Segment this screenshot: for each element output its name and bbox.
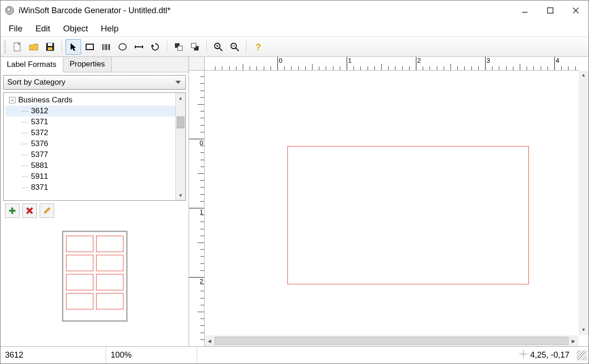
tree-collapse-icon[interactable]: − [9,97,15,103]
status-coords-text: 4,25, -0,17 [530,350,569,360]
scroll-down-icon[interactable]: ▼ [579,325,589,335]
tab-properties[interactable]: Properties [63,57,112,72]
preview-page [62,231,128,322]
title-bar: iWinSoft Barcode Generator - Untitled.dt… [0,0,589,20]
svg-rect-21 [178,46,182,51]
crosshair-icon [519,350,528,360]
label-outline[interactable] [287,146,529,284]
toolbar-handle[interactable] [4,40,6,53]
svg-rect-8 [48,43,52,46]
preview-cell [66,293,93,309]
svg-line-29 [236,48,239,51]
preview-cell [96,255,123,271]
delete-format-button[interactable] [22,203,37,218]
svg-rect-9 [48,47,52,50]
scroll-right-icon[interactable]: ▶ [569,339,579,344]
svg-rect-23 [191,43,196,48]
save-button[interactable] [42,39,58,55]
edit-format-button[interactable] [40,203,54,218]
menu-object[interactable]: Object [56,22,94,35]
open-button[interactable] [26,39,41,55]
preview-cell [96,274,123,290]
window-controls [512,0,589,20]
zoom-out-button[interactable] [227,39,242,55]
maximize-button[interactable] [538,0,563,20]
resize-grip[interactable] [577,350,587,360]
tree-scrollbar[interactable]: ▲ ▼ [175,93,185,200]
left-panel: Label Formats Properties Sort by Categor… [0,57,189,346]
bring-front-button[interactable] [171,39,186,55]
ruler-corner [189,57,205,71]
tab-label-formats[interactable]: Label Formats [0,57,63,72]
canvas-horizontal-scrollbar[interactable]: ◀ ▶ [205,335,579,346]
menu-edit[interactable]: Edit [29,22,57,35]
tree-item[interactable]: 5911 [5,171,185,182]
new-button[interactable] [10,39,25,55]
rectangle-tool-button[interactable] [82,39,97,55]
preview-cell [96,236,123,252]
preview-cell [66,236,93,252]
scroll-down-icon[interactable]: ▼ [176,190,185,200]
svg-rect-10 [86,44,93,50]
format-preview [0,222,189,346]
svg-text:?: ? [256,42,261,51]
status-coordinates: 4,25, -0,17 [514,350,575,360]
tree-root-business-cards[interactable]: − Business Cards [5,95,185,106]
status-selected-item: 3612 [0,347,106,364]
preview-cell [66,255,93,271]
scroll-up-icon[interactable]: ▲ [579,71,589,81]
format-action-bar [0,203,189,222]
toolbar: ? [0,37,589,57]
status-zoom: 100% [106,347,197,364]
rotate-tool-button[interactable] [148,39,163,55]
tree-item[interactable]: 5881 [5,160,185,171]
line-tool-button[interactable] [131,39,147,55]
sort-select-value: Sort by Category [7,78,66,87]
preview-cell [96,293,123,309]
tree-item[interactable]: 5377 [5,149,185,160]
tree-item[interactable]: 5376 [5,138,185,149]
tree-root-label: Business Cards [18,96,72,105]
design-canvas[interactable] [205,71,579,335]
minimize-button[interactable] [512,0,538,20]
svg-point-1 [7,8,10,11]
canvas-panel: 0 1 2 3 4 0 1 2 ▲ ▼ ◀ ▶ [189,57,589,346]
scroll-up-icon[interactable]: ▲ [176,93,185,103]
horizontal-ruler: 0 1 2 3 4 [205,57,579,71]
help-button[interactable]: ? [250,39,266,55]
panel-tabs: Label Formats Properties [0,57,189,72]
ellipse-tool-button[interactable] [115,39,130,55]
menu-help[interactable]: Help [94,22,125,35]
scroll-track[interactable] [215,337,569,345]
close-button[interactable] [563,0,589,20]
canvas-vertical-scrollbar[interactable]: ▲ ▼ [579,71,589,335]
preview-cell [66,274,93,290]
barcode-tool-button[interactable] [98,39,114,55]
scroll-thumb[interactable] [177,116,184,128]
tree-item[interactable]: 5371 [5,116,185,127]
app-icon [4,5,15,16]
select-tool-button[interactable] [66,39,81,55]
svg-line-25 [220,48,222,51]
svg-rect-3 [548,8,553,13]
send-back-button[interactable] [187,39,203,55]
add-format-button[interactable] [5,203,20,218]
window-title: iWinSoft Barcode Generator - Untitled.dt… [19,6,170,15]
tree-item[interactable]: 3612 [5,106,185,116]
zoom-in-button[interactable] [210,39,226,55]
tree-item[interactable]: 8371 [5,182,185,193]
menu-file[interactable]: File [2,22,29,35]
sort-select[interactable]: Sort by Category [3,75,186,90]
menu-bar: File Edit Object Help [0,20,589,37]
vertical-ruler: 0 1 2 [189,71,205,346]
format-tree[interactable]: − Business Cards 3612 5371 5372 5376 537… [3,92,186,201]
status-bar: 3612 100% 4,25, -0,17 [0,346,589,364]
scroll-left-icon[interactable]: ◀ [205,339,215,344]
svg-point-16 [119,44,126,50]
tree-item[interactable]: 5372 [5,127,185,138]
